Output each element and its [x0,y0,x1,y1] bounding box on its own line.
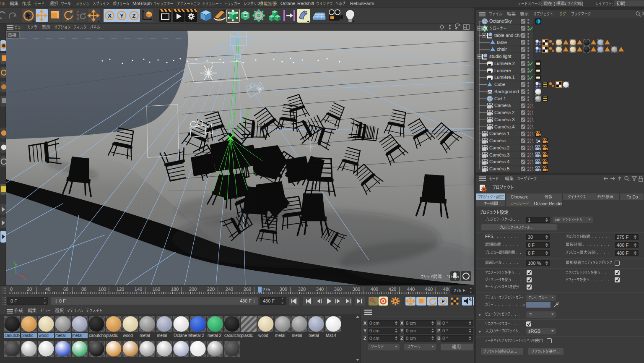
svg-text:360: 360 [334,287,342,292]
svg-text:Caméra.2: Caméra.2 [494,110,514,115]
svg-text:180: 180 [171,287,179,292]
svg-text:480 F: 480 F [263,298,275,303]
svg-text:metal: metal [140,333,150,338]
svg-text:275 F: 275 F [454,288,465,293]
svg-text:340: 340 [316,287,324,292]
svg-text:Caméra.3: Caméra.3 [494,117,514,122]
svg-text:metal: metal [309,333,319,338]
svg-text:Caméra.3: Caméra.3 [489,152,509,157]
svg-text:R: R [77,17,79,21]
svg-text:Caméra.1: Caméra.1 [489,131,509,136]
svg-text:Z: Z [21,267,23,271]
svg-text:60: 60 [63,287,68,292]
svg-text:caoutcho: caoutcho [5,333,22,338]
svg-text:studio light: studio light [489,54,512,59]
svg-text:table: table [497,40,507,45]
svg-text:Z: Z [132,13,136,19]
svg-text:100: 100 [99,287,106,292]
svg-text:Y: Y [13,261,16,264]
svg-text:80: 80 [81,287,86,292]
svg-text:Octane M: Octane M [174,333,192,338]
svg-text:Lumière.1: Lumière.1 [494,75,515,80]
svg-text:metal: metal [275,333,285,338]
svg-text:OctaneSky: OctaneSky [489,18,512,24]
svg-text:Mat.4: Mat.4 [326,333,336,338]
svg-text:Caméra: Caméra [489,138,506,143]
svg-text:20: 20 [27,287,32,292]
svg-text:480 F: 480 F [240,298,252,303]
svg-text:460: 460 [425,287,433,292]
svg-text:400: 400 [371,287,378,292]
svg-text:Lumière: Lumière [494,68,511,73]
svg-text:260: 260 [244,287,251,292]
svg-text:300: 300 [280,287,287,292]
svg-text:240: 240 [226,287,233,292]
svg-text:wood: wood [122,333,133,338]
svg-text:metal: metal [292,333,302,338]
svg-text:||: || [252,298,255,303]
svg-text:Lumière.2: Lumière.2 [494,61,515,66]
svg-text:||: || [55,298,57,303]
svg-text:wood: wood [38,333,49,338]
svg-text:275: 275 [262,287,270,292]
svg-text:140: 140 [135,287,142,292]
svg-text:plastic: plastic [21,333,33,338]
svg-text:Cube: Cube [494,82,505,87]
svg-text:420: 420 [389,287,396,292]
svg-text:Caméra.2: Caméra.2 [489,145,509,150]
svg-text:wood: wood [258,333,268,338]
svg-text:plastic: plastic [241,333,253,338]
svg-text:0 F: 0 F [59,298,66,303]
svg-text:caoutcho: caoutcho [224,333,242,338]
svg-text:metal 2: metal 2 [190,333,204,338]
svg-text:440: 440 [407,287,415,292]
svg-text:caoutcho: caoutcho [89,333,106,338]
svg-text:Ciel.1: Ciel.1 [494,96,506,101]
svg-text:200: 200 [189,287,197,292]
svg-text:0 F: 0 F [10,298,17,303]
svg-text:Caméra.5: Caméra.5 [489,166,509,171]
svg-text:P: P [441,299,444,304]
svg-text:0: 0 [10,287,13,292]
svg-text:Caméra.4: Caméra.4 [494,124,514,129]
svg-text:chair: chair [497,47,507,52]
svg-text:40: 40 [45,287,50,292]
svg-text:Y: Y [120,13,124,19]
svg-text:metal 2: metal 2 [208,333,221,338]
svg-text:160: 160 [153,287,160,292]
svg-text:metal: metal [55,333,65,338]
svg-text:320: 320 [298,287,306,292]
svg-text:220: 220 [207,287,215,292]
svg-text:X: X [24,277,26,281]
svg-text:120: 120 [117,287,124,292]
svg-text:380: 380 [353,287,360,292]
svg-text:Caméra.4: Caméra.4 [489,159,509,164]
svg-text:metal: metal [72,333,82,338]
svg-text:metal: metal [157,333,167,338]
svg-text:X: X [108,13,112,19]
svg-text:plastic: plastic [106,333,118,338]
svg-text:Caméra: Caméra [494,103,511,108]
svg-text:Background: Background [494,89,519,94]
